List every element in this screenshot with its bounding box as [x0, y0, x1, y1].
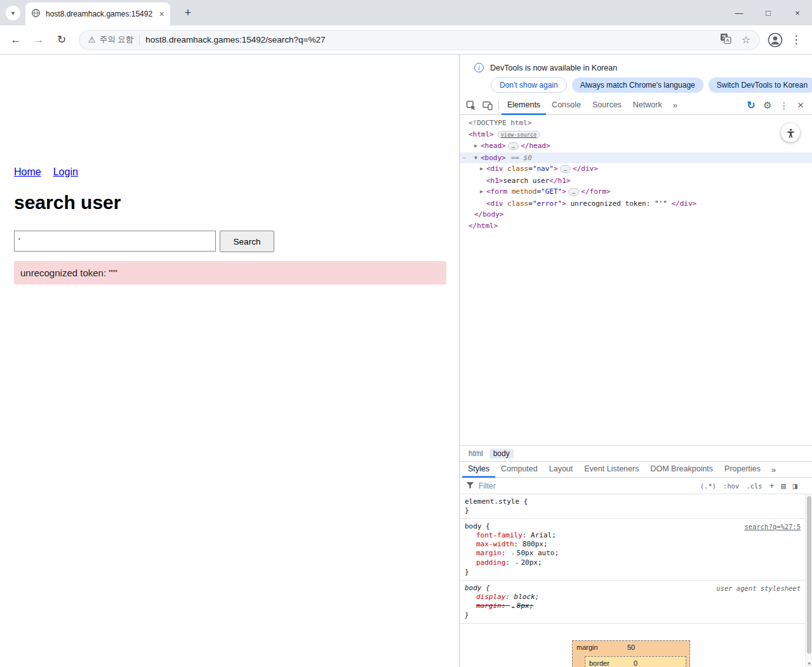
breadcrumb-html[interactable]: html [465, 448, 487, 459]
tab-search-button[interactable]: ▼ [6, 6, 20, 20]
profile-avatar[interactable] [766, 31, 784, 49]
style-property[interactable]: margin: ▸8px; [465, 602, 801, 611]
devtools-tab-console[interactable]: Console [546, 96, 587, 115]
devtools-tab-sources[interactable]: Sources [587, 96, 627, 115]
devtools-toolbar: ElementsConsoleSourcesNetwork » ↻ ⚙ ⋮ × [460, 96, 812, 115]
devtools-tab-elements[interactable]: Elements [502, 96, 546, 115]
dom-tree-line[interactable]: ▶<form method="GET">…</form> [460, 186, 812, 198]
ellipsis-button[interactable]: … [568, 188, 579, 196]
match-language-button[interactable]: Always match Chrome's language [572, 77, 703, 93]
computed-sidebar-toggle-icon[interactable]: ◨ [793, 482, 797, 490]
code-token: <head> [481, 142, 506, 150]
scrollbar-down-arrow[interactable]: ▼ [806, 661, 812, 666]
dom-tree-line[interactable]: </html> [460, 220, 812, 232]
scrollbar[interactable]: ▼ [805, 494, 812, 667]
code-token: class [503, 165, 529, 173]
ellipsis-button[interactable]: … [560, 165, 571, 173]
reload-devtools-icon[interactable]: ↻ [743, 97, 759, 114]
devtools-tab-network[interactable]: Network [627, 96, 668, 115]
search-button[interactable]: Search [220, 231, 274, 252]
box-model-border-value: 0 [585, 659, 686, 667]
nav-link-home[interactable]: Home [14, 166, 41, 178]
regex-filter-icon[interactable]: (.*) [700, 482, 716, 490]
style-property[interactable]: display: block; [465, 593, 801, 602]
settings-gear-icon[interactable]: ⚙ [759, 97, 776, 114]
sidebar-tab-properties[interactable]: Properties [719, 461, 766, 478]
address-bar[interactable]: ⚠ 주의 요함 host8.dreamhack.games:15492/sear… [79, 30, 760, 50]
forward-button[interactable]: → [28, 29, 50, 51]
style-rule-selector[interactable]: element.style [465, 497, 519, 506]
more-sidebar-tabs-button[interactable]: » [771, 465, 776, 475]
style-rule-selector[interactable]: body [465, 584, 482, 592]
security-chip[interactable]: ⚠ 주의 요함 [88, 34, 133, 45]
box-model-diagram[interactable]: margin 50 border 0 [572, 640, 690, 667]
translate-icon[interactable]: A [720, 33, 731, 46]
sidebar-tab-event-listeners[interactable]: Event Listeners [578, 461, 644, 478]
style-rule: element.style {} [460, 494, 812, 519]
line-menu-dots[interactable]: ⋯ [462, 152, 466, 164]
search-input[interactable] [14, 231, 216, 252]
back-button[interactable]: ← [5, 29, 27, 51]
sidebar-tab-computed[interactable]: Computed [495, 461, 543, 478]
scrollbar-thumb[interactable] [807, 496, 811, 654]
style-rule-source-link[interactable]: search?q=%27:5 [744, 522, 801, 531]
browser-tab[interactable]: host8.dreamhack.games:15492 × [25, 3, 170, 25]
code-token: "GET" [541, 187, 562, 196]
style-property[interactable]: margin: ▸50px auto; [465, 549, 801, 558]
svg-text:A: A [726, 37, 729, 43]
dom-tree-line[interactable]: <!DOCTYPE html> [460, 118, 812, 129]
style-rule-selector[interactable]: body [465, 522, 482, 530]
code-token: search user [503, 177, 550, 185]
expand-arrow[interactable]: ▶ [480, 186, 486, 198]
code-token: <div [486, 199, 503, 208]
expand-arrow[interactable]: ▶ [480, 163, 486, 175]
dom-tree-line[interactable]: <div class="error"> unrecognized token: … [460, 198, 812, 210]
sidebar-tab-styles[interactable]: Styles [462, 461, 495, 478]
device-toolbar-icon[interactable] [479, 97, 496, 114]
expand-arrow[interactable]: ▶ [474, 140, 481, 152]
new-style-rule-button[interactable]: + [769, 481, 775, 490]
style-property[interactable]: font-family: Arial; [465, 531, 801, 540]
code-token: class [503, 199, 529, 208]
close-button[interactable]: × [783, 0, 812, 25]
accessibility-button[interactable] [781, 123, 800, 142]
sidebar-tab-dom-breakpoints[interactable]: DOM Breakpoints [644, 461, 719, 478]
dont-show-again-button[interactable]: Don't show again [491, 77, 567, 93]
style-property[interactable]: max-width: 800px; [465, 540, 801, 549]
breadcrumb-body[interactable]: body [489, 448, 514, 459]
code-token: > [562, 187, 566, 196]
minimize-button[interactable]: — [724, 0, 754, 25]
tab-close-icon[interactable]: × [159, 10, 164, 18]
nav-link-login[interactable]: Login [53, 166, 78, 178]
switch-korean-button[interactable]: Switch DevTools to Korean [709, 77, 812, 93]
devtools-close-icon[interactable]: × [792, 97, 809, 114]
dom-tree-line[interactable]: </body> [460, 209, 812, 220]
info-icon: i [474, 63, 484, 72]
dom-tree-line[interactable]: <html>view-source [460, 129, 812, 141]
box-model-border-box[interactable]: border 0 [585, 656, 686, 667]
toggle-element-state-button[interactable]: :hov [723, 482, 739, 490]
element-classes-button[interactable]: .cls [746, 482, 762, 490]
styles-filter-input[interactable]: Filter [479, 482, 696, 490]
dom-tree-line[interactable]: <h1>search user</h1> [460, 175, 812, 187]
bookmark-star-icon[interactable]: ☆ [742, 34, 750, 46]
dom-tree-line[interactable]: ▶<head>…</head> [460, 140, 812, 152]
inspect-element-icon[interactable] [463, 97, 479, 114]
new-tab-button[interactable]: + [180, 5, 196, 20]
more-tabs-button[interactable]: » [673, 100, 677, 110]
style-rule-source-link[interactable]: user agent stylesheet [716, 584, 801, 593]
devtools-menu-icon[interactable]: ⋮ [776, 97, 792, 114]
code-token: <div [486, 165, 503, 173]
ellipsis-button[interactable]: … [508, 142, 519, 150]
rendering-grid-icon[interactable]: ▤ [782, 482, 786, 490]
expand-arrow[interactable]: ▼ [474, 152, 481, 164]
browser-menu-button[interactable]: ⋮ [785, 29, 807, 51]
style-property[interactable]: padding: ▸20px; [465, 558, 801, 568]
view-source-badge[interactable]: view-source [498, 131, 540, 138]
sidebar-tab-layout[interactable]: Layout [543, 461, 579, 478]
sidebar-tabs: StylesComputedLayoutEvent ListenersDOM B… [460, 461, 812, 478]
maximize-button[interactable]: □ [754, 0, 783, 25]
reload-button[interactable]: ↻ [51, 29, 72, 51]
dom-tree-line[interactable]: ▶<div class="nav">…</div> [460, 163, 812, 175]
dom-tree-line[interactable]: ⋯▼<body>== $0 [460, 152, 812, 164]
